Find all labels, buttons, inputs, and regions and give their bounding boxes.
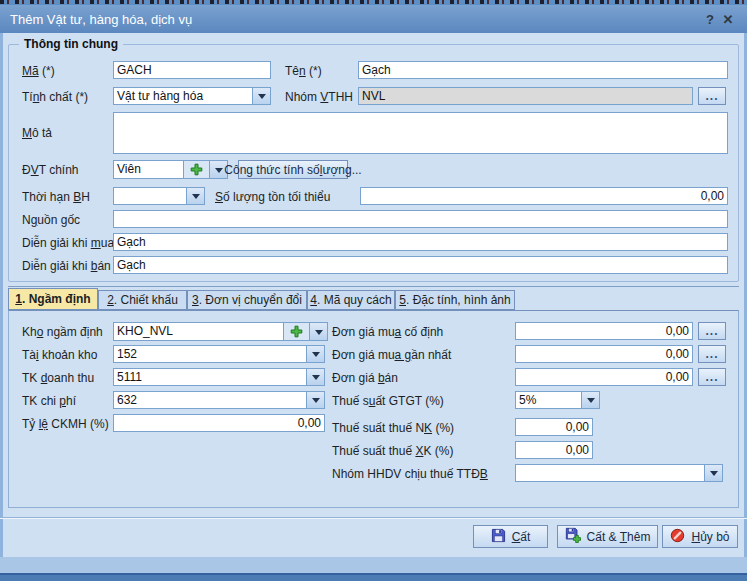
purchase-description-label: Diễn giải khi mua <box>22 236 114 250</box>
warranty-select[interactable] <box>113 187 205 205</box>
close-icon[interactable]: ✕ <box>719 10 737 28</box>
dialog-frame-left <box>0 33 3 574</box>
vat-rate-select[interactable]: 5% <box>515 391 600 409</box>
dialog-titlebar: Thêm Vật tư, hàng hóa, dịch vụ ? ✕ <box>0 5 747 33</box>
code-label: Mã (*) <box>22 64 55 78</box>
min-stock-input[interactable] <box>360 187 728 205</box>
cancel-button-label: Hủy bỏ <box>691 530 729 544</box>
chevron-down-icon[interactable] <box>306 346 324 362</box>
description-label: Mô tả <box>22 126 52 140</box>
import-tax-label: Thuế suất thuế NK (%) <box>332 421 454 435</box>
chevron-down-icon[interactable] <box>309 323 327 340</box>
unit-label: ĐVT chính <box>22 163 79 177</box>
chevron-down-icon[interactable] <box>186 188 204 204</box>
warranty-label: Thời hạn BH <box>22 190 90 204</box>
code-input[interactable] <box>113 61 271 79</box>
cancel-icon <box>670 528 685 546</box>
save-and-add-button-label: Cất & Thêm <box>587 530 651 544</box>
description-textarea[interactable] <box>113 112 728 154</box>
background-bottom-strip <box>0 575 747 581</box>
group-vthh-label: Nhóm VTHH <box>285 90 353 104</box>
group-vthh-browse-button[interactable]: ... <box>698 87 726 105</box>
sale-description-label: Diễn giải khi bán <box>22 259 111 273</box>
dialog-title: Thêm Vật tư, hàng hóa, dịch vụ <box>10 12 192 27</box>
origin-input[interactable] <box>113 210 728 228</box>
fixed-purchase-price-label: Đơn giá mua cố định <box>332 325 443 339</box>
floppy-plus-icon <box>565 527 581 546</box>
revenue-account-select[interactable]: 5111 <box>113 368 325 386</box>
groupbox-legend: Thông tin chung <box>19 37 123 51</box>
latest-purchase-price-label: Đơn giá mua gần nhất <box>332 348 451 362</box>
dialog-frame-bottom <box>0 557 747 573</box>
save-button[interactable]: Cất <box>473 525 548 548</box>
footer-divider-highlight <box>0 518 747 519</box>
unit-select[interactable]: Viên <box>113 160 228 179</box>
chevron-down-icon[interactable] <box>306 369 324 385</box>
sale-description-input[interactable] <box>113 256 728 274</box>
sale-price-browse-button[interactable]: ... <box>698 368 726 386</box>
cancel-button[interactable]: Hủy bỏ <box>662 525 738 548</box>
quantity-formula-button[interactable]: Công thức tính số lượng... <box>238 160 348 179</box>
name-input[interactable] <box>358 61 728 79</box>
help-icon[interactable]: ? <box>701 10 719 28</box>
vat-rate-label: Thuế suất GTGT (%) <box>332 394 444 408</box>
plus-icon[interactable] <box>283 323 309 340</box>
tab-don-vi-chuyen-doi[interactable]: 3. Đơn vị chuyển đổi <box>187 290 307 310</box>
discount-rate-input[interactable] <box>113 414 325 432</box>
tab-chiet-khau[interactable]: 2. Chiết khấu <box>98 290 187 310</box>
default-warehouse-select[interactable]: KHO_NVL <box>113 322 328 341</box>
chevron-down-icon[interactable] <box>704 465 722 481</box>
default-warehouse-label: Kho ngầm định <box>22 325 103 339</box>
expense-account-select[interactable]: 632 <box>113 391 325 409</box>
sale-price-input[interactable] <box>515 368 693 386</box>
save-button-label: Cất <box>512 530 531 544</box>
latest-purchase-price-browse-button[interactable]: ... <box>698 345 726 363</box>
chevron-down-icon[interactable] <box>252 88 270 104</box>
tabstrip-top-line <box>8 286 739 287</box>
floppy-icon <box>491 528 506 546</box>
tab-ngam-dinh[interactable]: 1. Ngầm định <box>8 288 98 310</box>
origin-label: Nguồn gốc <box>22 213 80 227</box>
export-tax-input[interactable] <box>515 441 593 459</box>
tab-dac-tinh-hinh-anh[interactable]: 5. Đặc tính, hình ảnh <box>395 290 515 310</box>
tab-ma-quy-cach[interactable]: 4. Mã quy cách <box>307 290 395 310</box>
purchase-description-input[interactable] <box>113 233 728 251</box>
fixed-purchase-price-input[interactable] <box>515 322 693 340</box>
stock-account-label: Tài khoản kho <box>22 348 97 362</box>
latest-purchase-price-input[interactable] <box>515 345 693 363</box>
name-label: Tên (*) <box>285 64 322 78</box>
special-tax-group-label: Nhóm HHDV chịu thuế TTĐB <box>332 467 488 481</box>
discount-rate-label: Tỷ lệ CKMH (%) <box>22 417 109 431</box>
chevron-down-icon[interactable] <box>581 392 599 408</box>
fixed-purchase-price-browse-button[interactable]: ... <box>698 322 726 340</box>
add-material-dialog: Thêm Vật tư, hàng hóa, dịch vụ ? ✕ Thông… <box>0 0 747 581</box>
plus-icon[interactable] <box>183 161 209 178</box>
type-select[interactable]: Vật tư hàng hóa <box>113 87 271 105</box>
type-label: Tính chất (*) <box>22 90 88 104</box>
sale-price-label: Đơn giá bán <box>332 371 398 385</box>
chevron-down-icon[interactable] <box>306 392 324 408</box>
special-tax-group-select[interactable] <box>515 464 723 482</box>
revenue-account-label: TK doanh thu <box>22 371 94 385</box>
export-tax-label: Thuế suất thuế XK (%) <box>332 444 453 458</box>
stock-account-select[interactable]: 152 <box>113 345 325 363</box>
save-and-add-button[interactable]: Cất & Thêm <box>557 525 658 548</box>
expense-account-label: TK chi phí <box>22 394 76 408</box>
import-tax-input[interactable] <box>515 418 593 436</box>
min-stock-label: Số lượng tồn tối thiểu <box>215 190 330 204</box>
group-vthh-input <box>358 87 693 105</box>
